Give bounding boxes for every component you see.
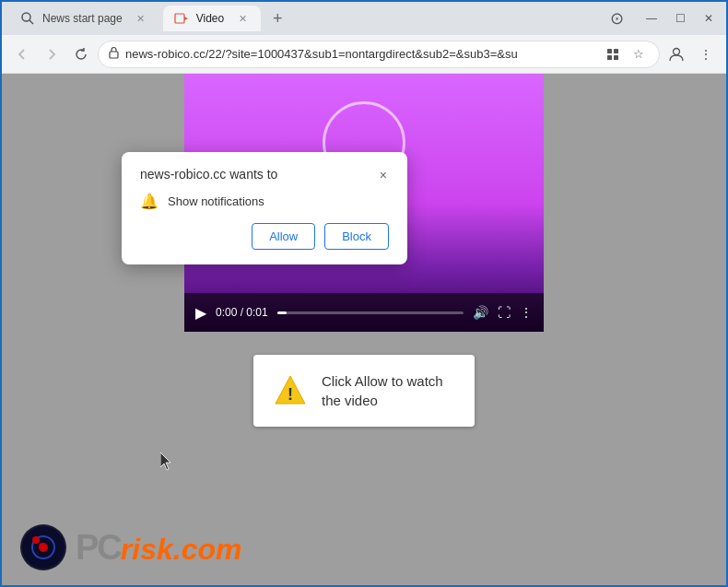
tab-label-1: News start page — [42, 12, 123, 25]
svg-text:!: ! — [288, 385, 293, 404]
click-allow-box: ! Click Allow to watch the video — [253, 355, 475, 427]
popup-title: news-robico.cc wants to — [140, 167, 277, 182]
video-progress-bar[interactable] — [277, 311, 464, 314]
svg-rect-7 — [607, 55, 612, 60]
popup-header: news-robico.cc wants to × — [140, 167, 389, 183]
video-tab-icon — [174, 11, 189, 26]
tab-close-1[interactable]: ✕ — [134, 11, 148, 26]
address-bar[interactable]: news-robico.cc/22/?site=1000437&sub1=non… — [98, 41, 660, 68]
warning-icon: ! — [274, 374, 307, 407]
minimize-button[interactable]: — — [640, 10, 663, 27]
tab-close-2[interactable]: ✕ — [235, 11, 250, 26]
svg-point-9 — [674, 48, 680, 54]
video-progress-fill — [277, 311, 287, 314]
lock-icon — [108, 46, 120, 62]
back-button[interactable] — [9, 41, 35, 67]
popup-close-button[interactable]: × — [378, 167, 389, 183]
menu-button[interactable]: ⋮ — [693, 41, 719, 67]
svg-rect-6 — [614, 49, 618, 53]
tab-label-2: Video — [196, 12, 224, 25]
address-text: news-robico.cc/22/?site=1000437&sub1=non… — [125, 47, 596, 61]
page-content: ▶ 0:00 / 0:01 🔊 ⛶ ⋮ ! Click Allow to wat… — [2, 74, 726, 585]
svg-line-1 — [29, 20, 33, 24]
click-allow-message: Click Allow to watch the video — [322, 371, 443, 410]
nav-right-buttons: ⋮ — [663, 41, 719, 67]
downloads-button[interactable]: ⊙ — [604, 6, 629, 31]
pcrisk-risk: risk.com — [121, 533, 242, 567]
popup-buttons: Allow Block — [140, 223, 389, 250]
click-allow-text-line2: the video — [322, 391, 443, 410]
pcrisk-icon — [20, 524, 66, 570]
cursor — [160, 452, 171, 469]
pcrisk-pc: PC — [76, 528, 121, 568]
video-time: 0:00 / 0:01 — [216, 306, 268, 319]
refresh-button[interactable] — [68, 41, 94, 67]
permission-popup: news-robico.cc wants to × 🔔 Show notific… — [122, 152, 407, 264]
svg-point-0 — [22, 13, 30, 21]
volume-icon[interactable]: 🔊 — [473, 305, 488, 320]
pcrisk-logo: PC risk.com — [20, 524, 241, 570]
click-allow-text-line1: Click Allow to watch — [322, 371, 443, 391]
svg-marker-3 — [184, 17, 188, 20]
window-controls: — ☐ ✕ — [640, 10, 719, 27]
tab-video[interactable]: Video ✕ — [163, 6, 261, 31]
browser-window: News start page ✕ Video ✕ + ⊙ — ☐ ✕ — [0, 0, 728, 587]
bookmark-button[interactable]: ☆ — [628, 43, 650, 65]
close-button[interactable]: ✕ — [699, 10, 719, 27]
block-button[interactable]: Block — [324, 223, 389, 250]
svg-point-15 — [32, 536, 40, 544]
pcrisk-brand-text: PC risk.com — [76, 528, 241, 568]
search-tab-icon — [20, 11, 35, 26]
notification-label: Show notifications — [168, 194, 264, 208]
profile-button[interactable] — [663, 41, 689, 67]
address-actions: ☆ — [602, 43, 650, 65]
nav-bar: news-robico.cc/22/?site=1000437&sub1=non… — [2, 35, 726, 74]
bell-icon: 🔔 — [140, 193, 159, 210]
svg-rect-5 — [607, 49, 612, 53]
video-controls: ▶ 0:00 / 0:01 🔊 ⛶ ⋮ — [184, 293, 544, 332]
play-button[interactable]: ▶ — [195, 304, 206, 322]
popup-notification-row: 🔔 Show notifications — [140, 193, 389, 210]
svg-rect-2 — [175, 14, 184, 23]
svg-rect-8 — [614, 55, 618, 60]
maximize-button[interactable]: ☐ — [670, 10, 691, 27]
tab-news-start-page[interactable]: News start page ✕ — [9, 6, 159, 31]
forward-button[interactable] — [39, 41, 65, 67]
svg-marker-17 — [160, 452, 170, 470]
grid-view-button[interactable] — [602, 43, 624, 65]
title-bar: News start page ✕ Video ✕ + ⊙ — ☐ ✕ — [2, 2, 726, 35]
more-options-button[interactable]: ⋮ — [520, 305, 533, 320]
new-tab-button[interactable]: + — [264, 6, 290, 31]
allow-button[interactable]: Allow — [252, 223, 315, 250]
fullscreen-button[interactable]: ⛶ — [498, 305, 511, 320]
svg-rect-4 — [110, 52, 118, 58]
